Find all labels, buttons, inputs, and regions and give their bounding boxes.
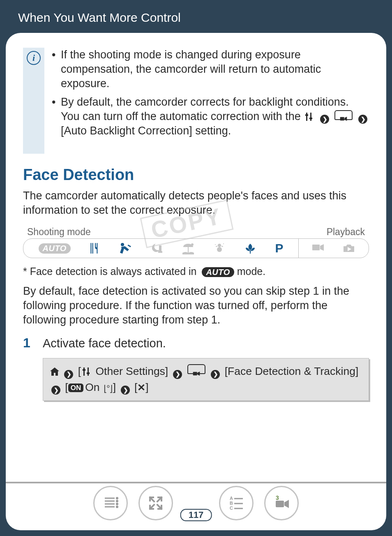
nav-index-button[interactable]: A B C [219,486,254,520]
svg-point-35 [116,500,118,501]
chevron-right-icon [358,115,367,124]
mode-program-icon: P [275,241,283,255]
mode-snow-icon [213,242,226,254]
info-bullet-2-tail: [Auto Backlight Correction] setting. [61,125,231,137]
mode-strip-shoot: AUTO P [23,239,299,258]
svg-rect-0 [306,113,307,121]
playback-video-icon [311,243,325,254]
on-pill-icon: ON [68,384,84,392]
info-bullet-list: If the shooting mode is changed during e… [52,48,369,154]
bottom-divider [6,482,386,483]
svg-text:C: C [230,506,233,511]
svg-rect-16 [216,246,217,247]
footnote-suffix: mode. [234,266,265,277]
path-seg-1: Other Settings] [95,365,168,377]
mode-beach-icon [182,242,195,254]
footnote: * Face detection is always activated in … [23,266,369,277]
chevron-right-icon [211,370,220,379]
auto-pill-icon: AUTO [202,267,234,277]
playback-photo-icon [342,243,356,254]
chevron-right-icon [51,386,60,395]
svg-point-14 [218,244,221,247]
svg-point-13 [191,243,194,246]
svg-text:B: B [230,501,233,506]
svg-point-33 [116,497,118,499]
navigation-path-box: [ Other Settings] [Face Detection & Trac… [43,358,369,400]
face-frame-icon: ⌊°⌋ [104,382,112,395]
svg-rect-51 [276,501,284,507]
mode-food-icon [89,242,100,254]
path-seg-2: [Face Detection & Tracking] [225,365,359,377]
svg-rect-11 [158,251,162,253]
svg-marker-25 [50,367,59,376]
info-icon-column: i [23,48,44,154]
svg-rect-2 [305,114,308,116]
svg-marker-22 [320,244,324,251]
svg-rect-7 [92,243,93,254]
close-icon: ✕ [137,382,145,393]
home-icon [50,365,62,377]
playback-label: Playback [327,226,365,238]
mode-strip: AUTO P [23,238,369,258]
chevron-right-icon [121,386,130,395]
svg-point-15 [217,247,222,252]
svg-rect-30 [193,372,197,375]
svg-rect-29 [87,372,90,374]
chevron-right-icon [320,115,329,124]
svg-point-37 [116,503,118,504]
svg-rect-3 [309,118,312,119]
path-on-text: On [85,381,99,393]
mode-sports-icon [118,242,132,254]
page-number: 117 [180,509,212,521]
nav-toc-button[interactable] [93,486,128,520]
mode-strip-playback [299,239,369,258]
svg-rect-1 [310,113,311,121]
step-1-text: Activate face detection. [43,337,166,350]
section-intro: The camcorder automatically detects peop… [23,189,369,217]
step-1: 1 Activate face detection. [23,335,369,351]
chevron-right-icon [64,370,73,379]
svg-rect-28 [83,369,85,371]
footnote-prefix: * Face detection is always activated in [23,266,199,277]
svg-point-18 [223,243,224,244]
mode-night-icon [151,242,163,254]
sliders-icon [82,367,92,377]
mode-strip-labels: Shooting mode Playback [23,226,369,238]
svg-text:A: A [230,496,233,501]
svg-marker-5 [345,117,347,121]
info-icon: i [27,51,41,65]
body-paragraph-1: By default, face detection is activated … [23,284,369,327]
svg-rect-17 [221,246,223,247]
svg-point-39 [116,506,118,507]
nav-camera-button[interactable]: 3 [264,486,299,520]
svg-rect-12 [188,247,189,253]
page-header-title: When You Want More Control [0,0,392,25]
mode-strip-container: COPY Shooting mode Playback AUTO [23,226,369,258]
sliders-icon [304,112,314,122]
nav-fullscreen-button[interactable] [138,486,173,520]
info-bullet-1: If the shooting mode is changed during e… [52,48,369,91]
svg-marker-52 [284,500,289,508]
camera-tab-icon [334,110,353,120]
content-card: i If the shooting mode is changed during… [6,33,386,530]
info-bullet-2: By default, the camcorder corrects for b… [52,95,369,138]
chevron-right-icon [173,370,182,379]
camera-tab-icon [187,364,205,374]
svg-rect-9 [128,245,131,247]
svg-rect-27 [88,367,89,376]
section-heading: Face Detection [23,166,369,184]
mode-macro-icon [244,242,256,254]
svg-rect-20 [250,250,251,254]
shooting-mode-label: Shooting mode [27,226,91,238]
svg-rect-6 [90,243,91,254]
info-box: i If the shooting mode is changed during… [23,48,369,154]
step-1-number: 1 [23,335,35,351]
svg-text:3: 3 [276,494,279,501]
svg-marker-31 [198,372,200,376]
svg-point-8 [121,243,124,246]
svg-point-19 [215,244,216,245]
mode-auto-icon: AUTO [39,243,71,254]
svg-rect-4 [340,117,344,120]
svg-rect-26 [83,367,85,376]
